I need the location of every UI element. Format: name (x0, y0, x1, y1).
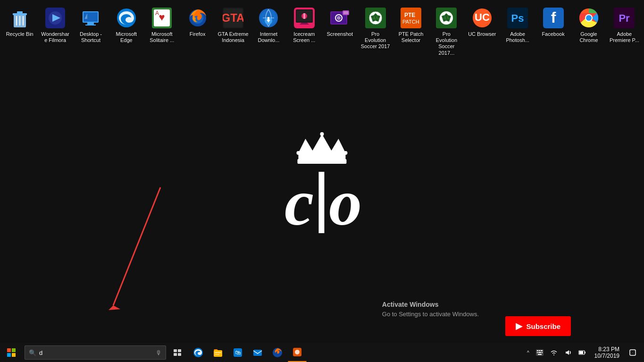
task-view-button[interactable] (168, 343, 187, 362)
svg-text:PATCH: PATCH (402, 19, 419, 25)
svg-rect-72 (12, 348, 16, 352)
desktop-icon-premiere[interactable]: Pr Adobe Premiere P... (607, 4, 642, 59)
crown-icon (293, 129, 350, 167)
taskbar-search[interactable]: 🔍 🎙 (25, 345, 166, 360)
svg-rect-78 (178, 353, 181, 356)
facebook-label: Facebook (542, 31, 564, 37)
taskbar-firefox[interactable] (268, 343, 287, 362)
gta-icon: GTA (222, 7, 244, 29)
desktop-icon-firefox[interactable]: Firefox (180, 4, 215, 59)
desktop-icon-edge[interactable]: Microsoft Edge (109, 4, 143, 59)
desktop-icon-solitaire[interactable]: ♥ A Microsoft Solitaire ... (145, 4, 179, 59)
svg-text:UC: UC (475, 11, 490, 23)
svg-marker-70 (109, 305, 120, 310)
search-icon: 🔍 (29, 349, 36, 356)
svg-text:GTA: GTA (223, 11, 243, 24)
internet-dl-label: Internet Downlo... (253, 31, 284, 43)
svg-rect-29 (303, 13, 305, 19)
svg-point-68 (343, 151, 347, 155)
taskbar-apps: 🛍 (189, 343, 307, 362)
solitaire-label: Microsoft Solitaire ... (147, 31, 177, 43)
svg-rect-1 (13, 13, 27, 15)
desktop-icon-chrome[interactable]: Google Chrome (571, 4, 606, 59)
solitaire-icon: ♥ A (151, 7, 173, 29)
svg-rect-99 (585, 352, 585, 354)
tray-notification-button[interactable] (625, 343, 640, 362)
photoshop-label: Adobe Photosh... (502, 31, 533, 43)
desktop-icon-gta[interactable]: GTA GTA Extreme Indonesia (216, 4, 250, 59)
activate-windows-title: Activate Windows (382, 299, 479, 310)
svg-rect-75 (174, 349, 177, 352)
desktop-icon-photoshop[interactable]: Ps Adobe Photosh... (500, 4, 535, 59)
svg-rect-80 (214, 350, 222, 357)
desktop-icon-recycle-bin[interactable]: Recycle Bin (2, 4, 37, 59)
desktop-icon-shortcut[interactable]: Desktop - Shortcut (74, 4, 108, 59)
svg-rect-74 (12, 353, 16, 357)
svg-text:Pr: Pr (619, 12, 630, 24)
svg-rect-93 (537, 352, 538, 353)
taskbar-edge[interactable] (189, 343, 208, 362)
tray-battery-icon[interactable] (576, 343, 589, 362)
svg-rect-94 (538, 352, 541, 353)
svg-point-66 (320, 132, 324, 136)
chrome-label: Google Chrome (573, 31, 604, 43)
photoshop-icon: Ps (506, 7, 529, 29)
svg-rect-35 (343, 11, 348, 14)
tray-network-icon[interactable] (547, 343, 560, 362)
svg-point-67 (296, 151, 300, 155)
taskbar-mail[interactable] (248, 343, 267, 362)
youtube-icon: ▶ (516, 321, 522, 331)
svg-line-69 (113, 187, 160, 305)
filmora-icon (44, 7, 67, 29)
taskbar-store[interactable]: 🛍 (228, 343, 247, 362)
taskbar-active-app[interactable] (288, 343, 307, 362)
desktop-icon-pes2017[interactable]: Pro Evolution Soccer 2017 (358, 4, 393, 59)
pes2017b-icon (435, 7, 458, 29)
pes2017b-label: Pro Evolution Soccer 2017... (431, 31, 462, 56)
desktop-shortcut-icon (79, 7, 102, 29)
pte-label: PTE Patch Selector (395, 31, 426, 43)
desktop-icon-pes2017b[interactable]: Pro Evolution Soccer 2017... (429, 4, 464, 59)
desktop-icon-icecream[interactable]: Icecream Screen ... (287, 4, 321, 59)
tray-icons (533, 343, 589, 362)
desktop-icons-row: Recycle Bin Wondershare Filmora (0, 0, 644, 63)
tray-expand-button[interactable]: ^ (525, 350, 531, 355)
svg-text:Ps: Ps (511, 12, 524, 24)
svg-rect-24 (268, 17, 269, 21)
svg-rect-92 (541, 350, 543, 351)
desktop-icon-pte[interactable]: PTE PATCH PTE Patch Selector (393, 4, 428, 59)
facebook-icon: f (542, 7, 565, 29)
desktop-icon-filmora[interactable]: Wondershare Filmora (38, 4, 72, 59)
desktop-icon-facebook[interactable]: f Facebook (536, 4, 570, 59)
icecream-label: Icecream Screen ... (289, 31, 319, 43)
subscribe-label: Subscribe (526, 322, 560, 330)
svg-rect-91 (539, 350, 540, 351)
activate-windows-subtitle: Go to Settings to activate Windows. (382, 310, 479, 320)
activate-windows-watermark: Activate Windows Go to Settings to activ… (382, 299, 479, 320)
svg-rect-96 (538, 354, 542, 355)
pes2017-icon (364, 7, 387, 29)
gta-label: GTA Extreme Indonesia (217, 31, 248, 43)
tray-volume-icon[interactable] (561, 343, 575, 362)
icecream-icon (293, 7, 316, 29)
svg-rect-71 (7, 348, 11, 352)
search-input[interactable] (39, 349, 148, 356)
subscribe-button[interactable]: ▶ Subscribe (505, 316, 571, 336)
screenshot-label: Screenshot (326, 31, 353, 37)
svg-rect-85 (253, 350, 262, 356)
desktop-icon-internet-dl[interactable]: Internet Downlo... (251, 4, 286, 59)
start-button[interactable] (0, 343, 23, 362)
premiere-label: Adobe Premiere P... (609, 31, 640, 43)
tray-clock[interactable]: 8:23 PM 10/7/2019 (591, 343, 623, 362)
svg-rect-77 (174, 353, 177, 356)
desktop-shortcut-label: Desktop - Shortcut (75, 31, 106, 43)
svg-text:A: A (155, 10, 159, 17)
desktop-icon-uc[interactable]: UC UC Browser (465, 4, 499, 59)
svg-rect-81 (215, 352, 221, 353)
desktop: Recycle Bin Wondershare Filmora (0, 0, 644, 362)
taskbar-explorer[interactable] (209, 343, 227, 362)
desktop-icon-screenshot[interactable]: Screenshot (323, 4, 357, 59)
edge-icon (115, 7, 138, 29)
uc-label: UC Browser (468, 31, 496, 37)
tray-keyboard-icon[interactable] (533, 343, 546, 362)
